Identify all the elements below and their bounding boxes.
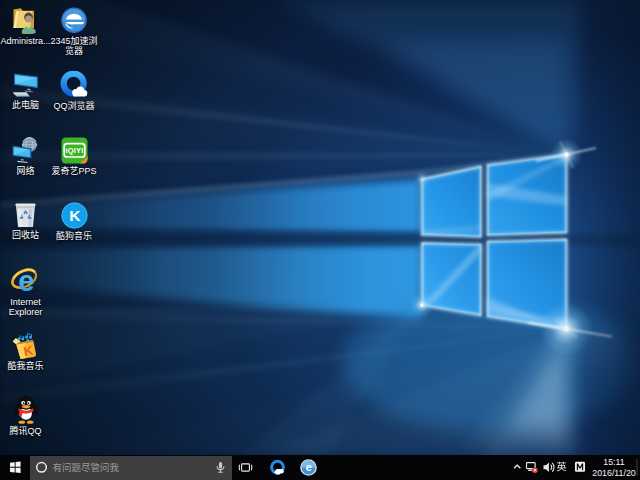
svg-text:有问题尽管问我: 有问题尽管问我 bbox=[53, 462, 120, 473]
svg-text:K: K bbox=[69, 207, 81, 224]
svg-text:15:11: 15:11 bbox=[603, 457, 624, 467]
svg-text:2016/11/20: 2016/11/20 bbox=[592, 468, 635, 478]
svg-text:iQIYI: iQIYI bbox=[65, 146, 83, 155]
svg-text:e: e bbox=[306, 461, 312, 473]
